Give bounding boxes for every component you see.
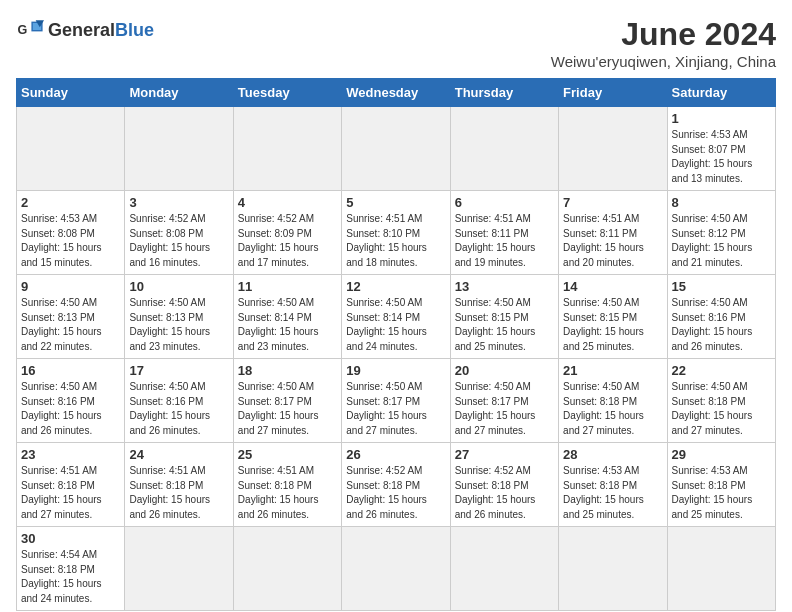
day-info: Sunrise: 4:50 AM Sunset: 8:13 PM Dayligh… bbox=[21, 296, 120, 354]
day-info: Sunrise: 4:53 AM Sunset: 8:18 PM Dayligh… bbox=[672, 464, 771, 522]
dow-header-wednesday: Wednesday bbox=[342, 79, 450, 107]
day-number: 24 bbox=[129, 447, 228, 462]
dow-header-sunday: Sunday bbox=[17, 79, 125, 107]
calendar-cell: 20Sunrise: 4:50 AM Sunset: 8:17 PM Dayli… bbox=[450, 359, 558, 443]
calendar-cell bbox=[17, 107, 125, 191]
day-number: 23 bbox=[21, 447, 120, 462]
day-info: Sunrise: 4:50 AM Sunset: 8:14 PM Dayligh… bbox=[346, 296, 445, 354]
day-number: 19 bbox=[346, 363, 445, 378]
day-info: Sunrise: 4:50 AM Sunset: 8:17 PM Dayligh… bbox=[346, 380, 445, 438]
day-info: Sunrise: 4:50 AM Sunset: 8:16 PM Dayligh… bbox=[129, 380, 228, 438]
day-number: 17 bbox=[129, 363, 228, 378]
logo-icon: G bbox=[16, 16, 44, 44]
day-number: 18 bbox=[238, 363, 337, 378]
calendar-cell: 15Sunrise: 4:50 AM Sunset: 8:16 PM Dayli… bbox=[667, 275, 775, 359]
calendar-cell: 14Sunrise: 4:50 AM Sunset: 8:15 PM Dayli… bbox=[559, 275, 667, 359]
day-number: 10 bbox=[129, 279, 228, 294]
calendar-cell: 23Sunrise: 4:51 AM Sunset: 8:18 PM Dayli… bbox=[17, 443, 125, 527]
day-number: 9 bbox=[21, 279, 120, 294]
calendar-subtitle: Weiwu'eryuqiwen, Xinjiang, China bbox=[551, 53, 776, 70]
calendar-cell: 18Sunrise: 4:50 AM Sunset: 8:17 PM Dayli… bbox=[233, 359, 341, 443]
day-info: Sunrise: 4:50 AM Sunset: 8:18 PM Dayligh… bbox=[563, 380, 662, 438]
dow-header-friday: Friday bbox=[559, 79, 667, 107]
day-number: 3 bbox=[129, 195, 228, 210]
calendar-cell: 24Sunrise: 4:51 AM Sunset: 8:18 PM Dayli… bbox=[125, 443, 233, 527]
day-number: 4 bbox=[238, 195, 337, 210]
day-info: Sunrise: 4:53 AM Sunset: 8:07 PM Dayligh… bbox=[672, 128, 771, 186]
calendar-cell: 5Sunrise: 4:51 AM Sunset: 8:10 PM Daylig… bbox=[342, 191, 450, 275]
dow-header-saturday: Saturday bbox=[667, 79, 775, 107]
day-info: Sunrise: 4:51 AM Sunset: 8:18 PM Dayligh… bbox=[129, 464, 228, 522]
day-number: 1 bbox=[672, 111, 771, 126]
calendar-cell bbox=[125, 527, 233, 611]
day-number: 6 bbox=[455, 195, 554, 210]
calendar-cell: 12Sunrise: 4:50 AM Sunset: 8:14 PM Dayli… bbox=[342, 275, 450, 359]
day-info: Sunrise: 4:52 AM Sunset: 8:18 PM Dayligh… bbox=[455, 464, 554, 522]
dow-header-thursday: Thursday bbox=[450, 79, 558, 107]
day-number: 15 bbox=[672, 279, 771, 294]
calendar-cell: 13Sunrise: 4:50 AM Sunset: 8:15 PM Dayli… bbox=[450, 275, 558, 359]
calendar-cell bbox=[450, 527, 558, 611]
calendar-cell: 25Sunrise: 4:51 AM Sunset: 8:18 PM Dayli… bbox=[233, 443, 341, 527]
day-info: Sunrise: 4:50 AM Sunset: 8:16 PM Dayligh… bbox=[21, 380, 120, 438]
day-info: Sunrise: 4:50 AM Sunset: 8:15 PM Dayligh… bbox=[455, 296, 554, 354]
day-number: 21 bbox=[563, 363, 662, 378]
calendar-cell bbox=[559, 527, 667, 611]
calendar-cell: 4Sunrise: 4:52 AM Sunset: 8:09 PM Daylig… bbox=[233, 191, 341, 275]
day-number: 8 bbox=[672, 195, 771, 210]
day-number: 26 bbox=[346, 447, 445, 462]
calendar-cell: 3Sunrise: 4:52 AM Sunset: 8:08 PM Daylig… bbox=[125, 191, 233, 275]
svg-text:G: G bbox=[17, 23, 27, 37]
day-info: Sunrise: 4:51 AM Sunset: 8:18 PM Dayligh… bbox=[21, 464, 120, 522]
day-number: 22 bbox=[672, 363, 771, 378]
day-number: 13 bbox=[455, 279, 554, 294]
day-info: Sunrise: 4:52 AM Sunset: 8:08 PM Dayligh… bbox=[129, 212, 228, 270]
day-info: Sunrise: 4:52 AM Sunset: 8:18 PM Dayligh… bbox=[346, 464, 445, 522]
day-number: 12 bbox=[346, 279, 445, 294]
week-row-5: 23Sunrise: 4:51 AM Sunset: 8:18 PM Dayli… bbox=[17, 443, 776, 527]
day-number: 25 bbox=[238, 447, 337, 462]
day-info: Sunrise: 4:51 AM Sunset: 8:18 PM Dayligh… bbox=[238, 464, 337, 522]
day-info: Sunrise: 4:50 AM Sunset: 8:18 PM Dayligh… bbox=[672, 380, 771, 438]
day-number: 7 bbox=[563, 195, 662, 210]
calendar-cell: 21Sunrise: 4:50 AM Sunset: 8:18 PM Dayli… bbox=[559, 359, 667, 443]
calendar-cell: 26Sunrise: 4:52 AM Sunset: 8:18 PM Dayli… bbox=[342, 443, 450, 527]
calendar-cell: 27Sunrise: 4:52 AM Sunset: 8:18 PM Dayli… bbox=[450, 443, 558, 527]
calendar-cell: 9Sunrise: 4:50 AM Sunset: 8:13 PM Daylig… bbox=[17, 275, 125, 359]
day-info: Sunrise: 4:50 AM Sunset: 8:13 PM Dayligh… bbox=[129, 296, 228, 354]
day-info: Sunrise: 4:54 AM Sunset: 8:18 PM Dayligh… bbox=[21, 548, 120, 606]
logo: G GeneralBlue bbox=[16, 16, 154, 44]
day-number: 20 bbox=[455, 363, 554, 378]
calendar-cell bbox=[450, 107, 558, 191]
day-number: 28 bbox=[563, 447, 662, 462]
calendar-cell: 16Sunrise: 4:50 AM Sunset: 8:16 PM Dayli… bbox=[17, 359, 125, 443]
dow-header-tuesday: Tuesday bbox=[233, 79, 341, 107]
calendar-cell: 17Sunrise: 4:50 AM Sunset: 8:16 PM Dayli… bbox=[125, 359, 233, 443]
week-row-6: 30Sunrise: 4:54 AM Sunset: 8:18 PM Dayli… bbox=[17, 527, 776, 611]
calendar-cell: 28Sunrise: 4:53 AM Sunset: 8:18 PM Dayli… bbox=[559, 443, 667, 527]
day-number: 11 bbox=[238, 279, 337, 294]
calendar-title: June 2024 bbox=[551, 16, 776, 53]
calendar-header: G GeneralBlue June 2024 Weiwu'eryuqiwen,… bbox=[16, 16, 776, 70]
calendar-cell bbox=[342, 527, 450, 611]
day-info: Sunrise: 4:52 AM Sunset: 8:09 PM Dayligh… bbox=[238, 212, 337, 270]
calendar-cell: 22Sunrise: 4:50 AM Sunset: 8:18 PM Dayli… bbox=[667, 359, 775, 443]
calendar-cell: 2Sunrise: 4:53 AM Sunset: 8:08 PM Daylig… bbox=[17, 191, 125, 275]
day-number: 27 bbox=[455, 447, 554, 462]
calendar-header-row: SundayMondayTuesdayWednesdayThursdayFrid… bbox=[17, 79, 776, 107]
calendar-cell bbox=[667, 527, 775, 611]
day-info: Sunrise: 4:53 AM Sunset: 8:18 PM Dayligh… bbox=[563, 464, 662, 522]
logo-text-normal: General bbox=[48, 20, 115, 40]
calendar-table: SundayMondayTuesdayWednesdayThursdayFrid… bbox=[16, 78, 776, 611]
calendar-cell: 8Sunrise: 4:50 AM Sunset: 8:12 PM Daylig… bbox=[667, 191, 775, 275]
day-info: Sunrise: 4:50 AM Sunset: 8:15 PM Dayligh… bbox=[563, 296, 662, 354]
day-info: Sunrise: 4:50 AM Sunset: 8:12 PM Dayligh… bbox=[672, 212, 771, 270]
calendar-cell bbox=[342, 107, 450, 191]
dow-header-monday: Monday bbox=[125, 79, 233, 107]
day-info: Sunrise: 4:51 AM Sunset: 8:10 PM Dayligh… bbox=[346, 212, 445, 270]
day-info: Sunrise: 4:50 AM Sunset: 8:14 PM Dayligh… bbox=[238, 296, 337, 354]
week-row-3: 9Sunrise: 4:50 AM Sunset: 8:13 PM Daylig… bbox=[17, 275, 776, 359]
calendar-cell bbox=[559, 107, 667, 191]
day-number: 29 bbox=[672, 447, 771, 462]
day-info: Sunrise: 4:50 AM Sunset: 8:17 PM Dayligh… bbox=[238, 380, 337, 438]
